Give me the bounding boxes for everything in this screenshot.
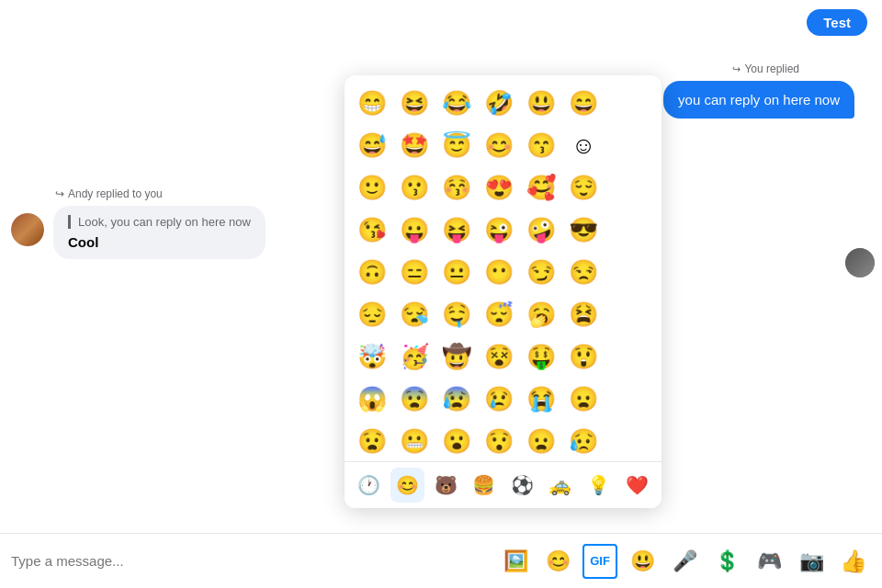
- emoji-cell[interactable]: 🥱: [521, 294, 561, 334]
- emoji-cell[interactable]: 😫: [563, 294, 604, 334]
- emoji-tabs: 🕐😊🐻🍔⚽🚕💡❤️: [345, 461, 662, 508]
- emoji-cell[interactable]: 😶: [479, 252, 519, 292]
- emoji-tab-smileys[interactable]: 😊: [390, 468, 425, 503]
- gif-icon[interactable]: GIF: [582, 544, 617, 579]
- right-avatar: [845, 248, 875, 277]
- image-icon[interactable]: 🖼️: [498, 544, 533, 579]
- like-icon[interactable]: 👍: [836, 544, 871, 579]
- emoji-cell[interactable]: 🙃: [352, 252, 392, 292]
- emoji-tab-travel[interactable]: 🚕: [543, 468, 578, 503]
- emoji-cell[interactable]: 😨: [394, 379, 435, 419]
- dollar-icon[interactable]: 💲: [709, 544, 744, 579]
- emoji-row: 😘😛😝😜🤪😎: [352, 209, 654, 250]
- microphone-icon[interactable]: 🎤: [667, 544, 702, 579]
- emoji-cell[interactable]: 🤩: [394, 125, 435, 165]
- emoji-cell[interactable]: 😁: [352, 83, 392, 123]
- right-message-text: you can reply on here now: [678, 92, 840, 107]
- emoji-row: 🙂😗😚😍🥰😌: [352, 167, 654, 208]
- emoji-cell[interactable]: 😏: [521, 252, 561, 292]
- emoji-row: 😁😆😂🤣😃😄: [352, 83, 654, 123]
- emoji-cell[interactable]: 😒: [563, 252, 604, 292]
- emoji-row: 😱😨😰😢😭😦: [352, 379, 654, 419]
- game-icon[interactable]: 🎮: [752, 544, 786, 579]
- emoji-cell[interactable]: 🤯: [352, 336, 392, 377]
- emoji-cell[interactable]: 🤤: [436, 294, 477, 334]
- emoji-tab-food[interactable]: 🍔: [467, 468, 502, 503]
- emoji-tab-animals[interactable]: 🐻: [428, 468, 463, 503]
- emoji-cell[interactable]: 😥: [563, 421, 604, 461]
- emoji-tab-recent[interactable]: 🕐: [352, 468, 387, 503]
- message-input-area: [11, 553, 491, 569]
- left-replied-text: Andy replied to you: [68, 187, 163, 200]
- emoji-cell[interactable]: 😍: [479, 167, 519, 208]
- emoji-cell[interactable]: 🤣: [479, 83, 519, 123]
- emoji-cell[interactable]: 😱: [352, 379, 392, 419]
- emoji-cell[interactable]: 😲: [563, 336, 604, 377]
- left-reply-arrow-icon: ↪: [55, 187, 64, 200]
- emoji-cell[interactable]: 😎: [563, 209, 604, 250]
- emoji-cell[interactable]: 😢: [479, 379, 519, 419]
- emoji-cell[interactable]: 😦: [521, 421, 561, 461]
- emoji-cell[interactable]: 😆: [394, 83, 435, 123]
- emoji-tab-activities[interactable]: ⚽: [505, 468, 540, 503]
- camera-icon[interactable]: 📷: [794, 544, 829, 579]
- emoji-cell[interactable]: 😙: [521, 125, 561, 165]
- emoji-cell[interactable]: ☺️: [563, 125, 604, 165]
- emoji-cell[interactable]: 😂: [436, 83, 477, 123]
- emoji-cell[interactable]: 🤑: [521, 336, 561, 377]
- emoji-cell[interactable]: 😜: [479, 209, 519, 250]
- emoji-row: 🙃😑😐😶😏😒: [352, 252, 654, 292]
- emoji-cell[interactable]: 😔: [352, 294, 392, 334]
- emoji-tab-objects[interactable]: 💡: [582, 468, 616, 503]
- emoji-cell[interactable]: 😅: [352, 125, 392, 165]
- emoji-cell[interactable]: 😌: [563, 167, 604, 208]
- emoji-cell[interactable]: 🤠: [436, 336, 477, 377]
- emoji-cell[interactable]: 😚: [436, 167, 477, 208]
- emoji-cell[interactable]: 😐: [436, 252, 477, 292]
- right-message-bubble[interactable]: you can reply on here now: [663, 81, 854, 119]
- emoji-cell[interactable]: 😦: [563, 379, 604, 419]
- left-avatar: [11, 213, 44, 246]
- emoji-picker: 😁😆😂🤣😃😄😅🤩😇😊😙☺️🙂😗😚😍🥰😌😘😛😝😜🤪😎🙃😑😐😶😏😒😔😪🤤😴🥱😫🤯🥳🤠…: [345, 75, 662, 508]
- emoji-cell[interactable]: 😑: [394, 252, 435, 292]
- right-replied-label: ↪ You replied: [732, 62, 799, 75]
- emoji-cell[interactable]: 😊: [479, 125, 519, 165]
- emoji-row: 🤯🥳🤠😵🤑😲: [352, 336, 654, 377]
- emoji-row: 😧😬😮😯😦😥: [352, 421, 654, 461]
- emoji-grid[interactable]: 😁😆😂🤣😃😄😅🤩😇😊😙☺️🙂😗😚😍🥰😌😘😛😝😜🤪😎🙃😑😐😶😏😒😔😪🤤😴🥱😫🤯🥳🤠…: [345, 75, 662, 461]
- left-avatar-image: [11, 213, 44, 246]
- reply-quote: Look, you can reply on here now: [68, 215, 251, 229]
- emoji-cell[interactable]: 🙂: [352, 167, 392, 208]
- emoji-cell[interactable]: 🤪: [521, 209, 561, 250]
- emoji-cell[interactable]: 🥳: [394, 336, 435, 377]
- emoji-cell[interactable]: 😰: [436, 379, 477, 419]
- emoji-cell[interactable]: 😬: [394, 421, 435, 461]
- reply-arrow-icon: ↪: [732, 63, 741, 75]
- left-message-text: Cool: [68, 234, 251, 250]
- bottom-toolbar: 🖼️ 😊 GIF 😃 🎤 💲 🎮 📷 👍: [0, 533, 882, 588]
- emoji-cell[interactable]: 😛: [394, 209, 435, 250]
- emoji-cell[interactable]: 😮: [436, 421, 477, 461]
- emoji-cell[interactable]: 😘: [352, 209, 392, 250]
- emoji-cell[interactable]: 😄: [563, 83, 604, 123]
- emoji-cell[interactable]: 😃: [521, 83, 561, 123]
- left-message-bubble[interactable]: Look, you can reply on here now Cool: [53, 206, 266, 259]
- emoji-cell[interactable]: 😪: [394, 294, 435, 334]
- emoji-cell[interactable]: 😴: [479, 294, 519, 334]
- emoji-row: 😅🤩😇😊😙☺️: [352, 125, 654, 165]
- emoji-cell[interactable]: 😯: [479, 421, 519, 461]
- emoji-cell[interactable]: 😭: [521, 379, 561, 419]
- sticker-icon[interactable]: 😃: [625, 544, 660, 579]
- emoji-icon[interactable]: 😊: [540, 544, 575, 579]
- emoji-tab-symbols[interactable]: ❤️: [619, 468, 654, 503]
- emoji-cell[interactable]: 😧: [352, 421, 392, 461]
- reply-quote-text: Look, you can reply on here now: [78, 215, 251, 229]
- emoji-cell[interactable]: 😝: [436, 209, 477, 250]
- emoji-cell[interactable]: 😵: [479, 336, 519, 377]
- emoji-cell[interactable]: 😇: [436, 125, 477, 165]
- emoji-cell[interactable]: 🥰: [521, 167, 561, 208]
- emoji-cell[interactable]: 😗: [394, 167, 435, 208]
- chat-area: ↪ You replied you can reply on here now …: [0, 0, 882, 533]
- emoji-row: 😔😪🤤😴🥱😫: [352, 294, 654, 334]
- message-input[interactable]: [11, 553, 491, 569]
